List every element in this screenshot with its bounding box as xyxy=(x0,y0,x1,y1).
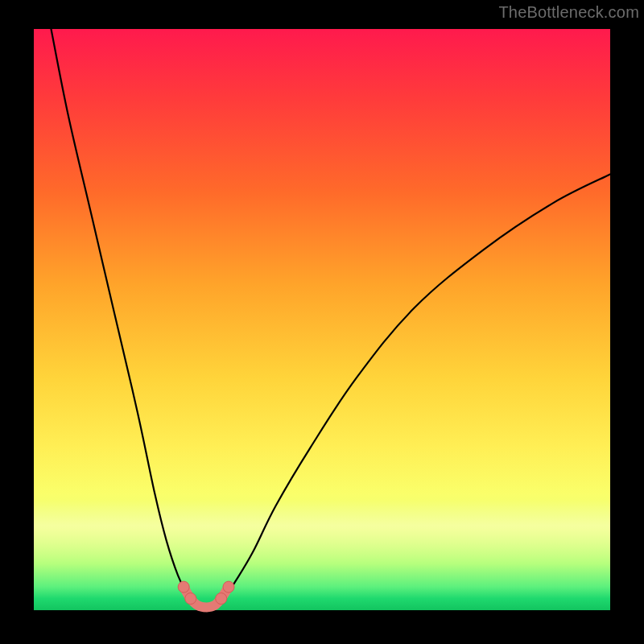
plot-area xyxy=(34,29,610,610)
valley-dot xyxy=(185,593,196,605)
chart-svg xyxy=(34,29,610,610)
valley-dot xyxy=(223,581,234,592)
watermark-text: TheBottleneck.com xyxy=(498,3,639,22)
bottleneck-curve xyxy=(51,29,610,607)
valley-dot xyxy=(216,593,227,605)
valley-dot xyxy=(178,581,189,592)
chart-frame: TheBottleneck.com xyxy=(0,0,644,644)
